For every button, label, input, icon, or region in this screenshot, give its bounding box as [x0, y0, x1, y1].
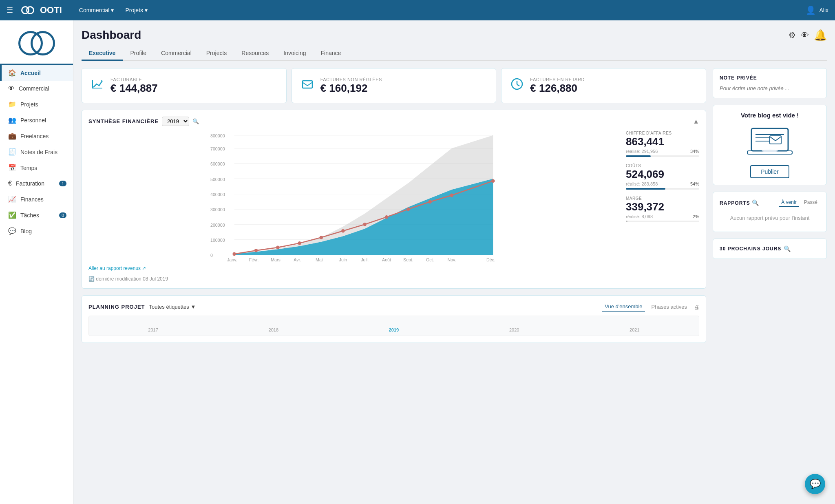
year-label-2021: 2021: [630, 327, 639, 332]
svg-text:Mars: Mars: [271, 257, 281, 261]
svg-text:400000: 400000: [210, 192, 225, 197]
rapports-tab-avenir[interactable]: À venir: [779, 199, 799, 207]
tab-executive[interactable]: Executive: [82, 46, 123, 61]
sidebar-item-commercial[interactable]: 👁 Commercial: [0, 81, 73, 96]
chart-search-icon[interactable]: 🔍: [192, 118, 199, 124]
logo: OOTI: [21, 5, 62, 15]
tab-commercial[interactable]: Commercial: [154, 46, 199, 61]
couts-label: COÛTS: [626, 164, 699, 168]
note-privee-card: NOTE PRIVÉE: [713, 68, 827, 98]
notes-frais-icon: 🧾: [8, 148, 16, 156]
svg-point-36: [491, 179, 495, 183]
sidebar-item-projets[interactable]: 📁 Projets: [0, 96, 73, 112]
chat-bubble[interactable]: 💬: [805, 474, 825, 494]
tab-resources[interactable]: Resources: [234, 46, 276, 61]
projets-icon: 📁: [8, 100, 16, 108]
hamburger-icon[interactable]: ☰: [7, 6, 13, 15]
sidebar-item-freelances[interactable]: 💼 Freelances: [0, 128, 73, 144]
rapports-card: RAPPORTS 🔍 À venir Passé Aucun rapport p…: [713, 192, 827, 232]
svg-point-35: [450, 194, 454, 197]
chart-refresh-label: 🔄 dernière modification 08 Jul 2019: [88, 276, 168, 282]
settings-icon[interactable]: ⚙: [789, 30, 796, 40]
page-header: Dashboard ⚙ 👁 🔔: [82, 29, 827, 42]
chart-collapse-icon[interactable]: ▲: [693, 118, 699, 125]
chart-svg-area: 0 100000 200000 300000 400000 500000 600…: [88, 131, 619, 282]
chart-header: SYNTHÈSE FINANCIÈRE 2019 2018 2020 🔍 ▲: [88, 117, 699, 126]
sidebar-item-notes-de-frais[interactable]: 🧾 Notes de Frais: [0, 144, 73, 160]
tab-profile[interactable]: Profile: [123, 46, 154, 61]
planning-tags-select[interactable]: Toutes étiquettes ▼: [149, 304, 196, 310]
year-label-2017: 2017: [148, 327, 158, 332]
factures-en-retard-info: FACTURES EN RETARD € 126,880: [530, 77, 584, 95]
stat-card-factures-en-retard: FACTURES EN RETARD € 126,880: [501, 68, 706, 103]
sidebar-item-temps[interactable]: 📅 Temps: [0, 160, 73, 176]
sidebar-label-blog: Blog: [20, 228, 32, 234]
marge-progress-fill: [626, 221, 627, 222]
sidebar-label-notes-de-frais: Notes de Frais: [20, 149, 57, 155]
tab-projects[interactable]: Projects: [199, 46, 234, 61]
tab-invoicing[interactable]: Invoicing: [276, 46, 313, 61]
chart-stat-marge: MARGE 339,372 réalisé: 8,098 2%: [626, 196, 699, 222]
sidebar-logo-area: [0, 20, 73, 65]
svg-text:0: 0: [210, 253, 213, 258]
sidebar-label-freelances: Freelances: [20, 133, 49, 139]
bell-icon[interactable]: 🔔: [814, 29, 827, 42]
chart-footer: Aller au rapport revenus ↗: [88, 265, 619, 271]
factures-en-retard-value: € 126,880: [530, 82, 584, 95]
tab-finance[interactable]: Finance: [314, 46, 349, 61]
marge-sub: réalisé: 8,098 2%: [626, 214, 699, 219]
sidebar-item-taches[interactable]: ✅ Tâches 0: [0, 207, 73, 223]
publier-button[interactable]: Publier: [750, 165, 789, 178]
user-name: Alix: [819, 7, 828, 13]
svg-text:Févr.: Févr.: [249, 257, 259, 261]
nav-commercial[interactable]: Commercial ▾: [74, 4, 119, 16]
svg-point-32: [385, 215, 389, 219]
marge-progress-bg: [626, 221, 699, 222]
couts-value: 524,069: [626, 168, 699, 181]
year-label-2020: 2020: [509, 327, 519, 332]
svg-point-30: [341, 229, 345, 233]
planning-section: PLANNING PROJET Toutes étiquettes ▼ Vue …: [82, 295, 706, 343]
sidebar-item-facturation[interactable]: € Facturation 1: [0, 176, 73, 191]
chart-title: SYNTHÈSE FINANCIÈRE 2019 2018 2020 🔍: [88, 117, 199, 126]
logo-circle-right: [26, 6, 34, 14]
eye-icon[interactable]: 👁: [801, 31, 809, 40]
dashboard-tabs: Executive Profile Commercial Projects Re…: [82, 46, 827, 61]
sidebar-label-facturation: Facturation: [16, 180, 44, 187]
couts-progress-bg: [626, 188, 699, 190]
chart-year-select[interactable]: 2019 2018 2020: [162, 117, 189, 126]
sidebar-item-blog[interactable]: 💬 Blog: [0, 223, 73, 239]
marge-value: 339,372: [626, 201, 699, 213]
stat-card-facturable: FACTURABLE € 144,887: [82, 68, 287, 103]
top-nav: ☰ OOTI Commercial ▾ Projets ▾ 👤 Alix: [0, 0, 835, 20]
sidebar-item-finances[interactable]: 📈 Finances: [0, 191, 73, 207]
nav-projets[interactable]: Projets ▾: [120, 4, 152, 16]
svg-text:Juin: Juin: [339, 257, 347, 261]
factures-non-reglees-value: € 160,192: [320, 82, 382, 95]
rapports-search-icon[interactable]: 🔍: [752, 199, 759, 206]
chart-stat-couts: COÛTS 524,069 réalisé: 283,858 54%: [626, 164, 699, 190]
svg-text:Sept.: Sept.: [403, 257, 413, 261]
prochains-jours-card: 30 PROCHAINS JOURS 🔍: [713, 239, 827, 259]
user-area[interactable]: 👤 Alix: [806, 5, 828, 15]
sidebar-label-temps: Temps: [20, 165, 37, 171]
planning-view-ensemble[interactable]: Vue d'ensemble: [602, 302, 645, 312]
chart-revenue-link[interactable]: Aller au rapport revenus ↗: [88, 265, 146, 271]
home-icon: 🏠: [8, 69, 16, 77]
planning-header: PLANNING PROJET Toutes étiquettes ▼ Vue …: [88, 302, 699, 312]
sidebar-item-accueil[interactable]: 🏠 Accueil: [0, 65, 73, 81]
planning-view-phases[interactable]: Phases actives: [649, 303, 689, 311]
svg-text:200000: 200000: [210, 223, 225, 228]
rapports-tab-passe[interactable]: Passé: [802, 199, 820, 207]
print-icon[interactable]: 🖨: [694, 304, 699, 310]
chart-area: 0 100000 200000 300000 400000 500000 600…: [88, 131, 699, 282]
page-title: Dashboard: [82, 29, 141, 42]
rapports-empty: Aucun rapport prévu pour l'instant: [720, 211, 820, 225]
blog-card: Votre blog est vide !: [713, 105, 827, 185]
prochains-search-icon[interactable]: 🔍: [784, 245, 791, 252]
sidebar-label-commercial: Commercial: [19, 85, 49, 92]
sidebar-item-personnel[interactable]: 👥 Personnel: [0, 112, 73, 128]
note-privee-title: NOTE PRIVÉE: [720, 75, 820, 81]
note-privee-input[interactable]: [720, 85, 820, 91]
svg-point-28: [298, 241, 301, 245]
